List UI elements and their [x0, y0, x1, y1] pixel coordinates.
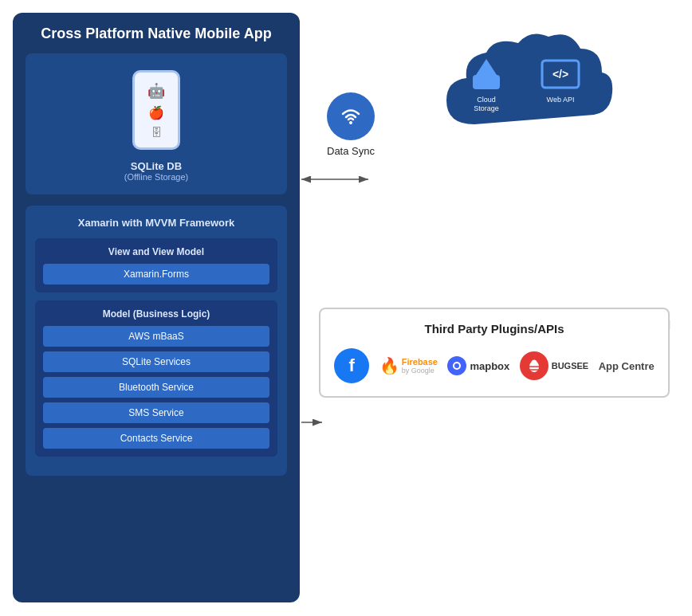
sms-service-btn: SMS Service	[43, 402, 269, 423]
wifi-circle	[327, 92, 375, 140]
third-party-title: Third Party Plugins/APIs	[333, 322, 655, 335]
phone-shape: 🤖 🍎 🗄	[132, 70, 180, 150]
app-centre-text: App Centre	[599, 360, 655, 372]
firebase-label-top: Firebase	[402, 357, 438, 367]
aws-cloud-container: Cloud Storage </> Web API AWS Cloud	[431, 21, 614, 172]
mvvm-section: Xamarin with MVVM Framework View and Vie…	[26, 206, 287, 476]
third-party-box: Third Party Plugins/APIs f 🔥 Firebase by…	[319, 308, 670, 398]
right-panel: Data Sync Cloud Storage	[319, 13, 679, 602]
model-box: Model (Business Logic) AWS mBaaS SQLite …	[35, 300, 277, 457]
svg-text:</>: </>	[552, 68, 568, 80]
view-viewmodel-title: View and View Model	[43, 246, 269, 257]
app-centre-label: App Centre	[599, 360, 655, 372]
mapbox-circle-icon	[447, 356, 466, 375]
firebase-label-bottom: by Google	[402, 367, 438, 375]
sqlite-services-btn: SQLite Services	[43, 351, 269, 372]
svg-rect-0	[473, 75, 500, 89]
device-icon: 🤖 🍎 🗄	[128, 66, 184, 154]
model-title: Model (Business Logic)	[43, 308, 269, 320]
cloud-svg: Cloud Storage </> Web API	[431, 21, 614, 156]
bugsee-logo-icon	[520, 351, 548, 380]
left-panel: Cross Platform Native Mobile App 🤖 🍎 🗄 S…	[13, 13, 300, 602]
cloud-shape-wrap: Cloud Storage </> Web API	[431, 21, 614, 156]
mapbox-badge: mapbox	[447, 356, 509, 375]
svg-point-9	[531, 360, 537, 366]
firebase-flame-icon: 🔥	[379, 356, 399, 375]
sqlite-label: SQLite DB	[35, 160, 277, 172]
main-container: Cross Platform Native Mobile App 🤖 🍎 🗄 S…	[0, 0, 692, 616]
mapbox-label: mapbox	[470, 360, 509, 372]
contacts-service-btn: Contacts Service	[43, 428, 269, 449]
xamarin-forms-btn: Xamarin.Forms	[43, 264, 269, 284]
facebook-icon: f	[334, 348, 369, 383]
sqlite-sub: (Offline Storage)	[35, 172, 277, 182]
device-section: 🤖 🍎 🗄 SQLite DB (Offline Storage)	[26, 53, 287, 194]
db-icon: 🗄	[151, 126, 162, 139]
aws-mbaas-btn: AWS mBaaS	[43, 326, 269, 347]
page-title: Cross Platform Native Mobile App	[26, 26, 287, 42]
wifi-icon	[338, 104, 364, 129]
data-sync-node: Data Sync	[327, 92, 375, 157]
data-sync-label: Data Sync	[327, 145, 375, 157]
firebase-text: Firebase by Google	[402, 357, 438, 375]
android-icon: 🤖	[147, 82, 165, 100]
bluetooth-service-btn: Bluetooth Service	[43, 377, 269, 398]
svg-text:Web API: Web API	[547, 96, 575, 104]
svg-text:Storage: Storage	[474, 104, 499, 112]
bugsee-label: BUGSEE	[552, 361, 588, 371]
bugsee-svg	[524, 355, 545, 376]
svg-text:Cloud: Cloud	[477, 96, 496, 104]
mvvm-title: Xamarin with MVVM Framework	[35, 217, 277, 229]
view-viewmodel-box: View and View Model Xamarin.Forms	[35, 238, 277, 292]
bugsee-badge: BUGSEE	[520, 351, 588, 380]
mapbox-inner-dot	[453, 362, 461, 370]
apple-icon: 🍎	[148, 105, 164, 120]
plugins-row: f 🔥 Firebase by Google mapbox	[333, 348, 655, 383]
firebase-badge: 🔥 Firebase by Google	[379, 356, 438, 375]
